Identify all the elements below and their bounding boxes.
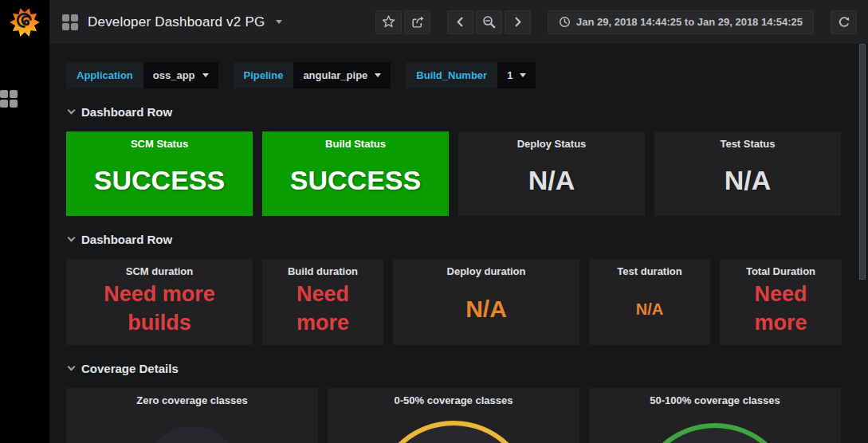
panel-total-duration: Total Duration Need more	[720, 259, 842, 345]
panel-scm-duration: SCM duration Need more builds	[66, 259, 253, 345]
coverage-panel-row: Zero coverage classes 0-50% coverage cla…	[66, 388, 868, 443]
chevron-right-icon	[512, 16, 524, 28]
panel-value: SUCCESS	[66, 150, 253, 216]
sidebar	[0, 0, 49, 443]
panel-0-50-coverage: 0-50% coverage classes	[328, 388, 579, 443]
page-title: Developer Dashboard v2 PG	[88, 14, 265, 30]
refresh-icon	[838, 16, 850, 29]
variable-build-number: Build_Number 1	[406, 62, 536, 88]
dashboards-menu-icon[interactable]	[0, 90, 49, 108]
panel-value: N/A	[393, 277, 579, 345]
row-toggle-dashboard-row-2[interactable]: Dashboard Row	[69, 233, 868, 246]
time-range-label: Jan 29, 2018 14:44:25 to Jan 29, 2018 14…	[576, 16, 803, 28]
panel-title[interactable]: Deploy duration	[393, 259, 579, 277]
row-title-label: Coverage Details	[81, 362, 179, 375]
star-button[interactable]	[375, 10, 402, 34]
panel-value: Need more	[720, 277, 842, 345]
panel-title[interactable]: SCM Status	[66, 131, 253, 150]
refresh-button[interactable]	[831, 10, 857, 34]
panel-title[interactable]: Test duration	[589, 259, 710, 277]
time-range-picker[interactable]: Jan 29, 2018 14:44:25 to Jan 29, 2018 14…	[548, 10, 814, 34]
main-area: Developer Dashboard v2 PG	[49, 0, 868, 443]
grafana-logo-icon	[9, 6, 41, 38]
panel-title[interactable]: 0-50% coverage classes	[328, 388, 579, 406]
share-icon	[410, 15, 424, 29]
panel-deploy-duration: Deploy duration N/A	[393, 259, 579, 345]
variable-build-number-value: 1	[507, 69, 513, 81]
panel-title[interactable]: Build Status	[262, 131, 449, 150]
grafana-logo[interactable]	[0, 0, 49, 44]
status-panel-row: SCM Status SUCCESS Build Status SUCCESS …	[66, 131, 868, 216]
panel-value: N/A	[589, 277, 710, 345]
panel-deploy-status: Deploy Status N/A	[458, 131, 645, 216]
chevron-left-icon	[454, 16, 466, 28]
variable-pipeline-value: angular_pipe	[303, 69, 367, 81]
row-title-label: Dashboard Row	[81, 233, 172, 246]
time-back-button[interactable]	[447, 10, 473, 34]
chevron-down-icon	[68, 234, 76, 242]
panel-scm-status: SCM Status SUCCESS	[66, 131, 253, 216]
dashboard-content: Dashboard Row SCM Status SUCCESS Build S…	[49, 105, 868, 443]
coverage-50-100-pie	[635, 423, 795, 443]
caret-down-icon	[202, 73, 209, 77]
variable-application-label: Application	[66, 62, 143, 88]
dashboard-title-dropdown[interactable]: Developer Dashboard v2 PG	[62, 14, 282, 30]
template-variables-bar: Application oss_app Pipeline angular_pip…	[49, 44, 868, 88]
row-toggle-coverage-details[interactable]: Coverage Details	[69, 362, 868, 375]
panel-title[interactable]: Deploy Status	[458, 131, 645, 150]
clock-icon	[559, 16, 571, 28]
coverage-0-50-pie	[374, 421, 533, 443]
dashboard-picker-icon	[62, 14, 78, 30]
variable-pipeline-dropdown[interactable]: angular_pipe	[293, 62, 391, 88]
caret-down-icon	[520, 73, 526, 77]
star-icon	[382, 15, 395, 29]
variable-build-number-dropdown[interactable]: 1	[497, 62, 536, 88]
caret-down-icon	[276, 20, 282, 24]
variable-application-value: oss_app	[153, 69, 195, 81]
panel-title[interactable]: Zero coverage classes	[66, 388, 318, 406]
panel-value: Need more	[262, 277, 383, 345]
panel-value: N/A	[654, 150, 841, 216]
row-title-label: Dashboard Row	[81, 105, 172, 119]
caret-down-icon	[375, 73, 381, 77]
panel-value: N/A	[458, 150, 645, 216]
panel-title[interactable]: Build duration	[262, 259, 383, 277]
row-toggle-dashboard-row-1[interactable]: Dashboard Row	[69, 105, 868, 119]
zoom-out-icon	[482, 15, 496, 29]
zoom-out-button[interactable]	[476, 10, 502, 34]
chevron-down-icon	[68, 107, 76, 115]
variable-application: Application oss_app	[66, 62, 218, 88]
panel-build-duration: Build duration Need more	[262, 259, 383, 345]
panel-50-100-coverage: 50-100% coverage classes	[589, 388, 841, 443]
time-forward-button[interactable]	[505, 10, 531, 34]
panel-value: Need more builds	[66, 277, 253, 345]
panel-title[interactable]: Total Duration	[720, 259, 842, 277]
panel-value: SUCCESS	[262, 150, 449, 216]
panel-zero-coverage: Zero coverage classes	[66, 388, 318, 443]
panel-test-status: Test Status N/A	[654, 131, 841, 216]
zero-coverage-pie	[143, 426, 242, 443]
vertical-scrollbar[interactable]	[859, 44, 866, 280]
panel-title[interactable]: Test Status	[654, 131, 841, 150]
variable-pipeline: Pipeline angular_pipe	[234, 62, 391, 88]
panel-test-duration: Test duration N/A	[589, 259, 710, 345]
panel-title[interactable]: 50-100% coverage classes	[589, 388, 841, 406]
panel-title[interactable]: SCM duration	[66, 259, 253, 277]
chevron-down-icon	[68, 363, 76, 371]
variable-application-dropdown[interactable]: oss_app	[143, 62, 218, 88]
variable-pipeline-label: Pipeline	[234, 62, 294, 88]
top-navbar: Developer Dashboard v2 PG	[49, 0, 868, 44]
panel-build-status: Build Status SUCCESS	[262, 131, 449, 216]
navbar-actions: Jan 29, 2018 14:44:25 to Jan 29, 2018 14…	[373, 10, 857, 34]
share-button[interactable]	[404, 10, 430, 34]
duration-panel-row: SCM duration Need more builds Build dura…	[66, 259, 868, 345]
variable-build-number-label: Build_Number	[406, 62, 497, 88]
